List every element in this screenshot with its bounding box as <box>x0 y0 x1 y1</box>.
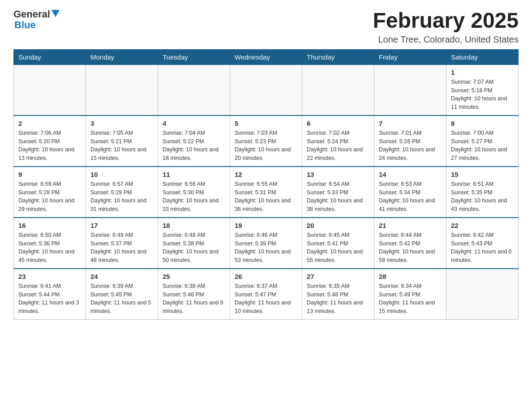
table-row: 28Sunrise: 6:34 AMSunset: 5:49 PMDayligh… <box>374 269 446 320</box>
day-number: 24 <box>90 273 153 280</box>
calendar-week-row: 23Sunrise: 6:41 AMSunset: 5:44 PMDayligh… <box>14 269 519 320</box>
day-info: Sunrise: 6:35 AMSunset: 5:48 PMDaylight:… <box>307 282 369 316</box>
day-info: Sunrise: 6:39 AMSunset: 5:45 PMDaylight:… <box>90 282 153 316</box>
day-number: 21 <box>379 222 442 229</box>
table-row: 1Sunrise: 7:07 AMSunset: 5:18 PMDaylight… <box>446 64 519 116</box>
day-number: 18 <box>163 222 225 229</box>
logo-general: General <box>13 9 50 20</box>
day-number: 1 <box>451 68 514 76</box>
day-info: Sunrise: 6:38 AMSunset: 5:46 PMDaylight:… <box>163 282 225 316</box>
day-number: 9 <box>18 171 81 178</box>
location-text: Lone Tree, Colorado, United States <box>373 34 519 45</box>
day-number: 5 <box>235 120 297 127</box>
table-row <box>374 64 446 116</box>
day-info: Sunrise: 6:57 AMSunset: 5:29 PMDaylight:… <box>90 180 153 214</box>
table-row: 5Sunrise: 7:03 AMSunset: 5:23 PMDaylight… <box>230 116 302 167</box>
day-number: 23 <box>18 273 81 280</box>
day-info: Sunrise: 6:59 AMSunset: 5:28 PMDaylight:… <box>18 180 81 214</box>
header-thursday: Thursday <box>302 49 374 64</box>
table-row <box>302 64 374 116</box>
table-row: 4Sunrise: 7:04 AMSunset: 5:22 PMDaylight… <box>158 116 230 167</box>
day-number: 28 <box>379 273 442 280</box>
title-section: February 2025 Lone Tree, Colorado, Unite… <box>373 9 519 45</box>
day-info: Sunrise: 7:00 AMSunset: 5:27 PMDaylight:… <box>451 129 514 163</box>
day-number: 16 <box>18 222 81 229</box>
table-row <box>86 64 158 116</box>
day-number: 25 <box>163 273 225 280</box>
table-row: 23Sunrise: 6:41 AMSunset: 5:44 PMDayligh… <box>14 269 86 320</box>
day-info: Sunrise: 6:56 AMSunset: 5:30 PMDaylight:… <box>163 180 225 214</box>
day-info: Sunrise: 6:41 AMSunset: 5:44 PMDaylight:… <box>18 282 81 316</box>
day-number: 17 <box>90 222 153 229</box>
day-info: Sunrise: 7:01 AMSunset: 5:26 PMDaylight:… <box>379 129 442 163</box>
table-row: 21Sunrise: 6:44 AMSunset: 5:42 PMDayligh… <box>374 218 446 269</box>
logo-triangle-icon <box>51 10 60 18</box>
day-number: 8 <box>451 120 514 127</box>
table-row: 10Sunrise: 6:57 AMSunset: 5:29 PMDayligh… <box>86 167 158 218</box>
day-number: 6 <box>307 120 369 127</box>
day-number: 22 <box>451 222 514 229</box>
day-info: Sunrise: 7:04 AMSunset: 5:22 PMDaylight:… <box>163 129 225 163</box>
calendar-week-row: 16Sunrise: 6:50 AMSunset: 5:36 PMDayligh… <box>14 218 519 269</box>
header-monday: Monday <box>86 49 158 64</box>
day-number: 19 <box>235 222 297 229</box>
day-info: Sunrise: 7:07 AMSunset: 5:18 PMDaylight:… <box>451 78 514 111</box>
table-row: 22Sunrise: 6:42 AMSunset: 5:43 PMDayligh… <box>446 218 519 269</box>
calendar-week-row: 2Sunrise: 7:06 AMSunset: 5:20 PMDaylight… <box>14 116 519 167</box>
table-row: 24Sunrise: 6:39 AMSunset: 5:45 PMDayligh… <box>86 269 158 320</box>
table-row: 2Sunrise: 7:06 AMSunset: 5:20 PMDaylight… <box>14 116 86 167</box>
table-row: 11Sunrise: 6:56 AMSunset: 5:30 PMDayligh… <box>158 167 230 218</box>
header-friday: Friday <box>374 49 446 64</box>
day-number: 15 <box>451 171 514 178</box>
table-row: 6Sunrise: 7:02 AMSunset: 5:24 PMDaylight… <box>302 116 374 167</box>
day-number: 27 <box>307 273 369 280</box>
page-header: General Blue February 2025 Lone Tree, Co… <box>13 9 519 45</box>
header-wednesday: Wednesday <box>230 49 302 64</box>
header-saturday: Saturday <box>446 49 519 64</box>
day-info: Sunrise: 6:42 AMSunset: 5:43 PMDaylight:… <box>451 231 514 265</box>
table-row <box>14 64 86 116</box>
day-number: 26 <box>235 273 297 280</box>
header-sunday: Sunday <box>14 49 86 64</box>
table-row: 16Sunrise: 6:50 AMSunset: 5:36 PMDayligh… <box>14 218 86 269</box>
month-title: February 2025 <box>373 9 519 33</box>
day-info: Sunrise: 7:02 AMSunset: 5:24 PMDaylight:… <box>307 129 369 163</box>
day-number: 3 <box>90 120 153 127</box>
table-row: 9Sunrise: 6:59 AMSunset: 5:28 PMDaylight… <box>14 167 86 218</box>
day-info: Sunrise: 6:50 AMSunset: 5:36 PMDaylight:… <box>18 231 81 265</box>
day-info: Sunrise: 7:03 AMSunset: 5:23 PMDaylight:… <box>235 129 297 163</box>
day-number: 11 <box>163 171 225 178</box>
day-number: 7 <box>379 120 442 127</box>
day-number: 12 <box>235 171 297 178</box>
table-row <box>158 64 230 116</box>
day-info: Sunrise: 7:05 AMSunset: 5:21 PMDaylight:… <box>90 129 153 163</box>
svg-marker-0 <box>51 10 60 17</box>
calendar-week-row: 9Sunrise: 6:59 AMSunset: 5:28 PMDaylight… <box>14 167 519 218</box>
table-row: 13Sunrise: 6:54 AMSunset: 5:33 PMDayligh… <box>302 167 374 218</box>
table-row <box>446 269 519 320</box>
table-row: 14Sunrise: 6:53 AMSunset: 5:34 PMDayligh… <box>374 167 446 218</box>
table-row: 18Sunrise: 6:48 AMSunset: 5:38 PMDayligh… <box>158 218 230 269</box>
day-info: Sunrise: 6:46 AMSunset: 5:39 PMDaylight:… <box>235 231 297 265</box>
table-row: 3Sunrise: 7:05 AMSunset: 5:21 PMDaylight… <box>86 116 158 167</box>
calendar-week-row: 1Sunrise: 7:07 AMSunset: 5:18 PMDaylight… <box>14 64 519 116</box>
day-number: 4 <box>163 120 225 127</box>
day-info: Sunrise: 6:51 AMSunset: 5:35 PMDaylight:… <box>451 180 514 214</box>
weekday-header-row: Sunday Monday Tuesday Wednesday Thursday… <box>14 49 519 64</box>
table-row: 26Sunrise: 6:37 AMSunset: 5:47 PMDayligh… <box>230 269 302 320</box>
table-row: 27Sunrise: 6:35 AMSunset: 5:48 PMDayligh… <box>302 269 374 320</box>
day-info: Sunrise: 6:34 AMSunset: 5:49 PMDaylight:… <box>379 282 442 316</box>
table-row: 19Sunrise: 6:46 AMSunset: 5:39 PMDayligh… <box>230 218 302 269</box>
day-info: Sunrise: 6:37 AMSunset: 5:47 PMDaylight:… <box>235 282 297 316</box>
day-number: 13 <box>307 171 369 178</box>
day-info: Sunrise: 6:48 AMSunset: 5:38 PMDaylight:… <box>163 231 225 265</box>
day-number: 10 <box>90 171 153 178</box>
table-row: 8Sunrise: 7:00 AMSunset: 5:27 PMDaylight… <box>446 116 519 167</box>
day-info: Sunrise: 6:55 AMSunset: 5:31 PMDaylight:… <box>235 180 297 214</box>
logo-blue: Blue <box>14 20 36 30</box>
table-row: 25Sunrise: 6:38 AMSunset: 5:46 PMDayligh… <box>158 269 230 320</box>
day-info: Sunrise: 6:54 AMSunset: 5:33 PMDaylight:… <box>307 180 369 214</box>
day-info: Sunrise: 6:45 AMSunset: 5:41 PMDaylight:… <box>307 231 369 265</box>
table-row: 17Sunrise: 6:49 AMSunset: 5:37 PMDayligh… <box>86 218 158 269</box>
day-info: Sunrise: 6:44 AMSunset: 5:42 PMDaylight:… <box>379 231 442 265</box>
